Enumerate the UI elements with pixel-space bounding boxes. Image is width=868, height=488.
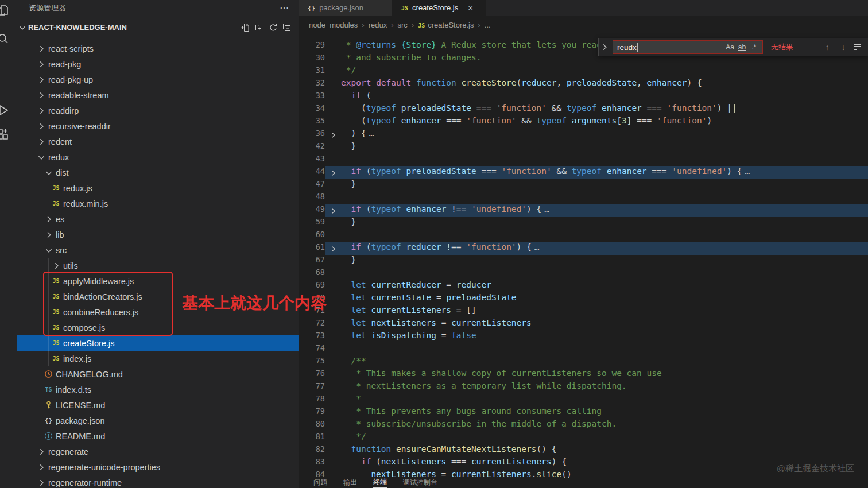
- breadcrumb-item[interactable]: JScreateStore.js: [418, 21, 474, 29]
- tree-item-redux-min-js[interactable]: JSredux.min.js: [17, 196, 299, 211]
- code-text[interactable]: * This prevents any bugs around consumer…: [341, 406, 868, 419]
- editor-tab-package-json[interactable]: {} package.json: [299, 0, 392, 16]
- code-text[interactable]: * This makes a shallow copy of currentLi…: [341, 369, 868, 381]
- tree-item-dist[interactable]: dist: [17, 165, 299, 180]
- tree-item-redent[interactable]: redent: [17, 134, 299, 149]
- code-text[interactable]: let isDispatching = false: [341, 331, 868, 343]
- tree-item-applymiddleware-js[interactable]: JSapplyMiddleware.js: [17, 273, 299, 289]
- breadcrumb-item[interactable]: redux: [369, 21, 388, 29]
- search-icon[interactable]: [0, 32, 10, 46]
- code-text[interactable]: let currentState = preloadedState: [341, 293, 868, 305]
- code-text[interactable]: }: [341, 179, 868, 192]
- previous-match-icon[interactable]: ↑: [821, 42, 834, 52]
- tree-item-createstore-js[interactable]: JScreateStore.js: [17, 335, 299, 351]
- code-text[interactable]: */: [341, 432, 868, 444]
- refresh-icon[interactable]: [269, 23, 278, 32]
- code-text[interactable]: if (: [341, 91, 868, 103]
- tree-item-es[interactable]: es: [17, 211, 299, 227]
- tree-item-changelog-md[interactable]: CHANGELOG.md: [17, 366, 299, 382]
- code-text[interactable]: * subscribe/unsubscribe in the middle of…: [341, 419, 868, 432]
- code-text[interactable]: }: [341, 141, 868, 154]
- tree-item-license-md[interactable]: LICENSE.md: [17, 397, 299, 413]
- tree-item-index-d-ts[interactable]: TSindex.d.ts: [17, 382, 299, 397]
- code-text[interactable]: [341, 154, 868, 166]
- find-input[interactable]: reudx Aa ab .*: [613, 40, 763, 54]
- code-text[interactable]: let currentListeners = []: [341, 305, 868, 318]
- code-editor[interactable]: 29 * @returns {Store} A Redux store that…: [299, 34, 868, 478]
- line-number: 81: [299, 432, 325, 444]
- breadcrumb-item[interactable]: node_modules: [309, 21, 358, 29]
- code-text[interactable]: * nextListeners as a temporary list whil…: [341, 381, 868, 394]
- fold-chevron-icon[interactable]: [330, 245, 337, 253]
- tree-item-label: index.d.ts: [56, 385, 91, 394]
- editor-tab-createstore-js[interactable]: JS createStore.js ×: [392, 0, 486, 16]
- tree-item-compose-js[interactable]: JScompose.js: [17, 320, 299, 335]
- code-text[interactable]: export default function createStore(redu…: [341, 78, 868, 91]
- close-tab-icon[interactable]: ×: [468, 3, 473, 12]
- tree-item-readable-stream[interactable]: readable-stream: [17, 87, 299, 103]
- panel-tab-问题[interactable]: 问题: [313, 478, 327, 488]
- fold-chevron-icon[interactable]: [330, 169, 337, 177]
- code-text[interactable]: ) {…: [341, 129, 868, 141]
- fold-chevron-icon[interactable]: [330, 207, 337, 215]
- regex-button[interactable]: .*: [748, 43, 760, 51]
- tree-item-index-js[interactable]: JSindex.js: [17, 351, 299, 366]
- find-in-selection-icon[interactable]: [853, 42, 862, 52]
- folded-code-badge[interactable]: …: [544, 204, 550, 214]
- breadcrumb-item[interactable]: ...: [485, 21, 491, 29]
- tree-item-redux-js[interactable]: JSredux.js: [17, 180, 299, 196]
- panel-tab-调试控制台[interactable]: 调试控制台: [403, 478, 437, 488]
- code-text[interactable]: (typeof enhancer === 'function' && typeo…: [341, 116, 868, 129]
- code-text[interactable]: [341, 343, 868, 356]
- code-text[interactable]: let nextListeners = currentListeners: [341, 318, 868, 331]
- tree-item-readme-md[interactable]: iREADME.md: [17, 428, 299, 444]
- tree-item-regenerate[interactable]: regenerate: [17, 444, 299, 459]
- code-text[interactable]: [341, 230, 868, 242]
- panel-tab-终端[interactable]: 终端: [373, 478, 387, 488]
- match-case-button[interactable]: Aa: [724, 43, 736, 51]
- code-text[interactable]: */: [341, 65, 868, 78]
- project-section-header[interactable]: REACT-KNOWLEDGE-MAIN: [17, 20, 299, 35]
- code-text[interactable]: [341, 268, 868, 280]
- tree-item-readdirp[interactable]: readdirp: [17, 103, 299, 118]
- tree-item-regenerator-runtime[interactable]: regenerator-runtime: [17, 475, 299, 488]
- tree-item-read-pkg-up[interactable]: read-pkg-up: [17, 72, 299, 87]
- tree-item-regenerate-unicode-properties[interactable]: regenerate-unicode-properties: [17, 459, 299, 475]
- fold-chevron-icon[interactable]: [330, 131, 337, 139]
- tree-item-react-scripts[interactable]: react-scripts: [17, 41, 299, 56]
- tree-item-src[interactable]: src: [17, 242, 299, 258]
- tree-item-label: redux.min.js: [63, 199, 108, 208]
- new-file-icon[interactable]: [241, 23, 250, 32]
- new-folder-icon[interactable]: [255, 23, 264, 32]
- tree-item-package-json[interactable]: {}package.json: [17, 413, 299, 428]
- code-text[interactable]: function ensureCanMutateNextListeners() …: [341, 444, 868, 457]
- whole-word-button[interactable]: ab: [736, 43, 748, 51]
- tree-item-utils[interactable]: utils: [17, 258, 299, 273]
- more-actions-icon[interactable]: ···: [280, 3, 289, 12]
- tree-item-lib[interactable]: lib: [17, 227, 299, 242]
- code-text[interactable]: if (typeof enhancer !== 'undefined') {…: [341, 204, 868, 217]
- code-text[interactable]: }: [341, 217, 868, 230]
- files-icon[interactable]: [0, 3, 10, 17]
- extensions-icon[interactable]: [0, 127, 10, 141]
- code-text[interactable]: if (typeof reducer !== 'function') {…: [341, 242, 868, 255]
- code-text[interactable]: /**: [341, 356, 868, 369]
- code-text[interactable]: (typeof preloadedState === 'function' &&…: [341, 103, 868, 116]
- panel-tab-输出[interactable]: 输出: [343, 478, 357, 488]
- folded-code-badge[interactable]: …: [369, 129, 375, 138]
- code-text[interactable]: [341, 192, 868, 204]
- find-expand-icon[interactable]: [600, 42, 609, 52]
- code-text[interactable]: *: [341, 394, 868, 406]
- breadcrumb-item[interactable]: src: [398, 21, 408, 29]
- tree-item-redux[interactable]: redux: [17, 149, 299, 165]
- tree-item-recursive-readdir[interactable]: recursive-readdir: [17, 118, 299, 134]
- tree-item-read-pkg[interactable]: read-pkg: [17, 56, 299, 72]
- folded-code-badge[interactable]: …: [534, 242, 540, 251]
- code-text[interactable]: if (typeof preloadedState === 'function'…: [341, 166, 868, 179]
- collapse-all-icon[interactable]: [282, 23, 292, 32]
- code-text[interactable]: let currentReducer = reducer: [341, 280, 868, 293]
- run-icon[interactable]: [0, 103, 10, 117]
- code-text[interactable]: }: [341, 255, 868, 268]
- folded-code-badge[interactable]: …: [745, 166, 751, 176]
- next-match-icon[interactable]: ↓: [837, 42, 850, 52]
